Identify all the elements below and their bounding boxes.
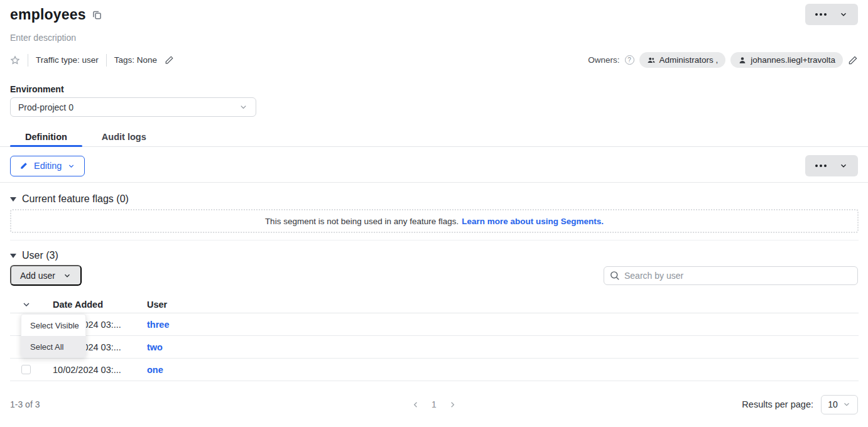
favorite-star-icon[interactable]	[10, 55, 20, 65]
results-per-page: Results per page: 10	[742, 395, 858, 414]
owners-label: Owners:	[588, 55, 619, 65]
user-link[interactable]: three	[147, 320, 169, 330]
divider	[106, 54, 107, 67]
tab-bar-border	[0, 146, 868, 147]
header-actions-dropdown-button[interactable]	[833, 4, 854, 25]
learn-more-link[interactable]: Learn more about using Segments.	[462, 217, 604, 226]
more-options-button[interactable]	[809, 4, 833, 25]
group-icon	[647, 56, 656, 65]
table-header-row: Date Added User	[10, 296, 859, 313]
copy-icon[interactable]	[92, 10, 102, 19]
user-table: Date Added User 10/02/2024 03:... three …	[0, 296, 868, 381]
next-page-chevron-icon[interactable]	[448, 400, 457, 409]
edit-tags-pencil-icon[interactable]	[165, 55, 174, 65]
pagination-bar: 1-3 of 3 1 Results per page: 10	[10, 394, 858, 415]
tags-label: Tags: None	[114, 55, 157, 65]
select-dropdown-chevron-icon[interactable]	[21, 300, 31, 310]
results-per-page-value: 10	[828, 399, 838, 409]
user-section-title: User (3)	[22, 250, 58, 261]
page-number[interactable]: 1	[431, 399, 437, 409]
user-link[interactable]: two	[147, 342, 163, 352]
column-header-user[interactable]: User	[147, 300, 859, 310]
select-dropdown-menu: Select Visible Select All	[21, 314, 86, 358]
edit-owners-pencil-icon[interactable]	[848, 55, 858, 65]
owner-badge-administrators[interactable]: Administrators ,	[639, 52, 726, 68]
feature-flags-section-title: Current feature flags (0)	[22, 193, 129, 205]
user-search	[604, 266, 858, 285]
page-title: employees	[10, 6, 86, 23]
owners-row: Owners: ? Administrators , johannes.lieg…	[588, 52, 858, 68]
divider	[0, 182, 868, 183]
editing-label: Editing	[34, 161, 62, 171]
results-range: 1-3 of 3	[10, 399, 40, 409]
user-link[interactable]: one	[147, 365, 163, 375]
tab-audit-logs[interactable]: Audit logs	[87, 127, 161, 146]
environment-select[interactable]: Prod-project 0	[10, 97, 256, 117]
chevron-down-icon	[239, 102, 248, 112]
chevron-down-icon	[63, 271, 72, 280]
more-options-icon	[815, 165, 827, 167]
date-added-cell: 10/02/2024 03:...	[53, 365, 147, 375]
empty-state-message: This segment is not being used in any fe…	[265, 217, 458, 226]
meta-row: Traffic type: user Tags: None Owners: ? …	[10, 52, 858, 68]
collapse-triangle-icon	[10, 254, 16, 258]
editing-mode-button[interactable]: Editing	[10, 156, 85, 176]
table-row: 10/02/2024 03:... three	[10, 313, 859, 336]
search-input[interactable]	[604, 266, 858, 285]
segment-page: employees Enter description	[0, 0, 868, 427]
user-section-toggle[interactable]: User (3)	[10, 250, 858, 261]
header: employees	[10, 0, 858, 25]
environment-label: Environment	[10, 84, 858, 94]
chevron-down-icon	[839, 10, 848, 19]
collapse-triangle-icon	[10, 197, 16, 202]
menu-item-select-visible[interactable]: Select Visible	[21, 315, 85, 336]
divider	[10, 240, 859, 241]
owner-badge-label: johannes.liegl+travolta	[751, 55, 835, 65]
feature-flags-empty-state: This segment is not being used in any fe…	[10, 209, 859, 233]
user-controls-row: Add user	[10, 265, 858, 286]
chevron-down-icon	[842, 400, 851, 409]
feature-flags-section-toggle[interactable]: Current feature flags (0)	[10, 193, 858, 205]
toolbar: Editing	[10, 155, 858, 176]
menu-item-select-all[interactable]: Select All	[21, 336, 85, 357]
environment-selected-value: Prod-project 0	[18, 102, 73, 112]
row-checkbox[interactable]	[21, 365, 31, 374]
person-icon	[738, 56, 747, 65]
definition-actions-split-button	[805, 155, 858, 176]
search-icon	[609, 270, 620, 283]
description-placeholder[interactable]: Enter description	[10, 33, 858, 43]
add-user-button[interactable]: Add user	[10, 265, 82, 286]
results-per-page-label: Results per page:	[742, 399, 813, 409]
traffic-type-label: Traffic type: user	[36, 55, 99, 65]
header-actions-split-button	[805, 4, 858, 25]
results-per-page-select[interactable]: 10	[821, 395, 858, 414]
owner-badge-user[interactable]: johannes.liegl+travolta	[730, 52, 843, 68]
more-options-icon	[815, 13, 827, 16]
owner-badge-label: Administrators ,	[659, 55, 719, 65]
divider	[28, 54, 28, 67]
previous-page-chevron-icon[interactable]	[411, 400, 420, 409]
pencil-icon	[19, 161, 28, 170]
column-header-date-added[interactable]: Date Added	[53, 300, 147, 310]
pager: 1	[411, 399, 457, 409]
chevron-down-icon	[839, 161, 848, 170]
tab-bar: Definition Audit logs	[0, 127, 868, 146]
tab-definition[interactable]: Definition	[10, 127, 82, 146]
chevron-down-icon	[67, 162, 75, 170]
table-row: 10/02/2024 03:... two	[10, 336, 859, 359]
add-user-label: Add user	[20, 271, 55, 281]
definition-more-options-button[interactable]	[809, 155, 833, 176]
help-icon[interactable]: ?	[625, 55, 634, 65]
definition-actions-dropdown-button[interactable]	[833, 155, 854, 176]
table-row: 10/02/2024 03:... one	[10, 359, 859, 381]
